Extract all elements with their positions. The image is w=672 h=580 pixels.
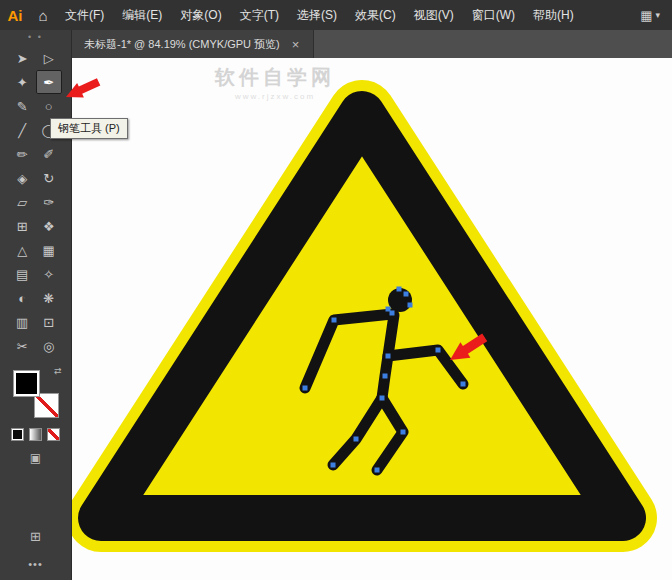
blend-tool[interactable]: ◐ — [9, 286, 36, 310]
eyedropper-tool[interactable]: ✧ — [36, 262, 63, 286]
panel-icon[interactable]: ⊞ — [0, 529, 71, 544]
pencil-tool[interactable]: ✐ — [36, 142, 63, 166]
width-tool[interactable]: ✑ — [36, 190, 63, 214]
menu-effect[interactable]: 效果(C) — [346, 0, 405, 30]
mesh-tool[interactable]: ▦ — [36, 238, 63, 262]
slice-tool[interactable]: ✂ — [9, 334, 36, 358]
fill-stroke-swatches: ⇄ — [13, 370, 59, 418]
column-graph-tool[interactable]: ▥ — [9, 310, 36, 334]
gradient-tool[interactable]: ▤ — [9, 262, 36, 286]
magic-wand-tool[interactable]: ✦ — [9, 70, 36, 94]
close-icon[interactable]: × — [290, 37, 302, 52]
pen-tool[interactable]: ✒ — [36, 70, 63, 94]
rotate-tool[interactable]: ↻ — [36, 166, 63, 190]
gradient-button[interactable] — [29, 428, 42, 441]
more-tools-icon[interactable]: ••• — [28, 558, 43, 570]
color-button[interactable] — [11, 428, 24, 441]
tool-grid: ➤ ▷ ✦ ✒ ✎ ○ ╱ ◯ ✏ ✐ ◈ ↻ ▱ ✑ ⊞ ❖ △ ▦ ▤ ✧ … — [0, 46, 71, 358]
document-tab[interactable]: 未标题-1* @ 84.19% (CMYK/GPU 预览) × — [72, 30, 314, 58]
color-mode-row — [0, 428, 71, 441]
free-transform-tool[interactable]: ⊞ — [9, 214, 36, 238]
tooltip-text: 钢笔工具 (P) — [58, 122, 120, 134]
artboard-canvas[interactable]: 软件自学网 www.rjzxw.com — [72, 58, 672, 580]
toolbar-drag-handle[interactable]: • • — [0, 30, 71, 46]
menu-help[interactable]: 帮助(H) — [524, 0, 583, 30]
menu-select[interactable]: 选择(S) — [288, 0, 346, 30]
scale-tool[interactable]: ▱ — [9, 190, 36, 214]
menu-edit[interactable]: 编辑(E) — [113, 0, 171, 30]
menu-file[interactable]: 文件(F) — [56, 0, 113, 30]
chevron-down-icon: ▾ — [655, 10, 660, 20]
draw-mode-icon[interactable]: ▣ — [0, 451, 71, 465]
line-tool[interactable]: ╱ — [9, 118, 36, 142]
curvature-tool[interactable]: ✎ — [9, 94, 36, 118]
document-tab-title: 未标题-1* @ 84.19% (CMYK/GPU 预览) — [84, 37, 280, 52]
none-button[interactable] — [47, 428, 60, 441]
paintbrush-tool[interactable]: ✏ — [9, 142, 36, 166]
artboard-tool[interactable]: ⊡ — [36, 310, 63, 334]
menu-type[interactable]: 文字(T) — [231, 0, 288, 30]
home-icon[interactable]: ⌂ — [30, 7, 56, 24]
menu-view[interactable]: 视图(V) — [405, 0, 463, 30]
toolbar-bottom: ⊞ ••• — [0, 529, 71, 580]
zoom-tool[interactable]: ◎ — [36, 334, 63, 358]
shaper-tool[interactable]: ○ — [36, 94, 63, 118]
menubar: Ai ⌂ 文件(F) 编辑(E) 对象(O) 文字(T) 选择(S) 效果(C)… — [0, 0, 672, 30]
warning-sign-graphic[interactable] — [72, 58, 672, 580]
perspective-grid-tool[interactable]: △ — [9, 238, 36, 262]
eraser-tool[interactable]: ◈ — [9, 166, 36, 190]
app-logo[interactable]: Ai — [0, 7, 30, 24]
direct-selection-tool[interactable]: ▷ — [36, 46, 63, 70]
workspace-grid-icon: ▦ — [640, 8, 652, 23]
symbol-sprayer-tool[interactable]: ❋ — [36, 286, 63, 310]
fill-color-swatch[interactable] — [13, 370, 40, 397]
swap-fill-stroke-icon[interactable]: ⇄ — [54, 366, 62, 376]
document-tabbar: 未标题-1* @ 84.19% (CMYK/GPU 预览) × — [72, 30, 672, 58]
pen-tool-tooltip: 钢笔工具 (P) — [50, 118, 128, 139]
selection-tool[interactable]: ➤ — [9, 46, 36, 70]
menu-object[interactable]: 对象(O) — [171, 0, 230, 30]
workspace-switcher[interactable]: ▦ ▾ — [628, 8, 672, 23]
shape-builder-tool[interactable]: ❖ — [36, 214, 63, 238]
menu-window[interactable]: 窗口(W) — [463, 0, 524, 30]
illustrator-window: Ai ⌂ 文件(F) 编辑(E) 对象(O) 文字(T) 选择(S) 效果(C)… — [0, 0, 672, 580]
tools-panel: • • ➤ ▷ ✦ ✒ ✎ ○ ╱ ◯ ✏ ✐ ◈ ↻ ▱ ✑ ⊞ ❖ △ ▦ … — [0, 30, 72, 580]
